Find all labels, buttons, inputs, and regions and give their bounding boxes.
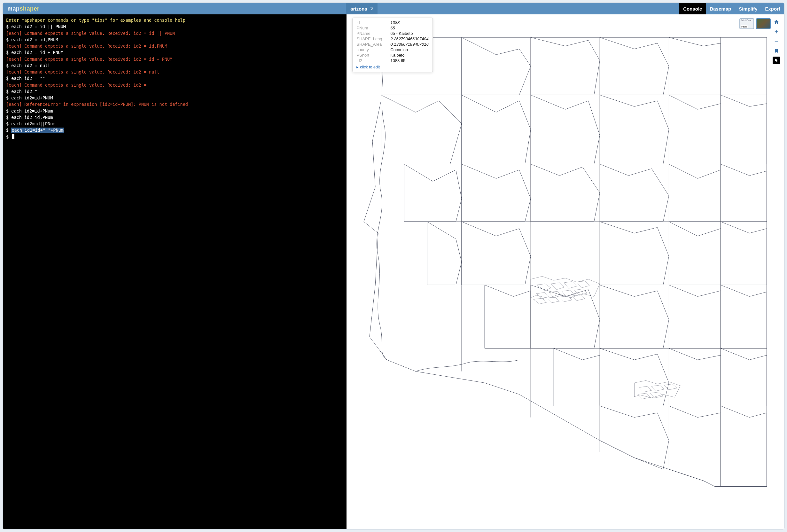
zoom-in-icon [773,29,779,35]
nav-basemap[interactable]: Basemap [706,3,735,14]
console-pane[interactable]: Enter mapshaper commands or type "tips" … [3,14,346,529]
header-spacer-right [378,3,680,14]
console-line: $ each id2 = null [6,62,343,69]
zoom-out-button[interactable] [773,37,780,45]
home-button[interactable] [773,18,780,26]
console-line: $ each id2=id+PNUM [6,94,343,101]
attribute-value[interactable]: 1088 65 [390,58,405,63]
attribute-key: county [357,47,385,52]
map-tools: Saint-Deni Paris [739,18,780,64]
attribute-value[interactable]: 65 [390,26,395,30]
feature-attribute-row: countyCoconino [357,47,428,52]
click-to-edit-label: click to edit [360,65,380,69]
console-line: $ each id2 = id || PNUM [6,23,343,30]
header-spacer [44,3,346,14]
basemap-thumbs: Saint-Deni Paris [739,18,780,64]
feature-attribute-row: SHAPE_Leng2.262793466387484 [357,36,428,42]
console-line: $ each id2=id+PNum [6,108,343,114]
map-pane[interactable]: id1088PNum65PName65 - KaibetoSHAPE_Leng2… [346,14,784,529]
attribute-value[interactable]: 1088 [390,20,400,25]
basemap-satellite-thumb[interactable] [756,18,771,29]
zoom-in-button[interactable] [773,28,780,36]
feature-attribute-list: id1088PNum65PName65 - KaibetoSHAPE_Leng2… [357,20,428,63]
attribute-key: SHAPE_Leng [357,37,385,41]
caret-right-icon: ▸ [357,65,359,69]
attribute-value[interactable]: Coconino [390,47,408,52]
console-input[interactable]: $ [6,134,343,140]
attribute-value[interactable]: 65 - Kaibeto [390,31,413,36]
logo-text-shaper: shaper [20,5,40,12]
console-line: $ each id2 = id + PNUM [6,49,343,56]
map-tool-stack [773,18,780,64]
feature-attribute-row: id1088 [357,20,428,25]
thumb-label: Paris [741,25,748,28]
console-intro: Enter mapshaper commands or type "tips" … [6,17,343,23]
chevron-down-icon: ▽ [370,7,373,11]
feature-info-popup: id1088PNum65PName65 - KaibetoSHAPE_Leng2… [352,18,432,72]
main-split: Enter mapshaper commands or type "tips" … [3,14,784,529]
console-line: $ each id2="" [6,88,343,94]
inspect-button[interactable] [773,57,780,64]
home-icon [773,19,779,25]
app-frame: mapshaper arizona ▽ Console Basemap Simp… [3,3,784,529]
console-line: $ each id2 = id,PNUM [6,37,343,43]
attribute-key: id2 [357,58,385,63]
nav-simplify[interactable]: Simplify [735,3,761,14]
attribute-value[interactable]: Kaibeto [390,53,404,58]
console-line: $ each id2=id+" "+PNum [6,127,343,133]
console-line: [each] Command expects a single value. R… [6,69,343,75]
layer-selector[interactable]: arizona ▽ [346,3,378,14]
feature-attribute-row: PNum65 [357,25,428,31]
zoom-out-icon [773,38,779,44]
svg-rect-11 [775,41,779,42]
console-line: [each] ReferenceError in expression [id2… [6,101,343,107]
attribute-key: PShort [357,53,385,58]
console-line: [each] Command expects a single value. R… [6,56,343,62]
feature-attribute-row: id21088 65 [357,58,428,63]
attribute-key: PName [357,31,385,36]
console-line: $ each id2=id,PNum [6,114,343,121]
logo-text-map: map [7,5,20,12]
feature-attribute-row: PShortKaibeto [357,52,428,58]
feature-attribute-row: SHAPE_Area0.133667189407016 [357,42,428,47]
feature-attribute-row: PName65 - Kaibeto [357,31,428,36]
app-logo[interactable]: mapshaper [3,3,44,14]
thumb-top-label: Saint-Deni [741,19,751,21]
attribute-value[interactable]: 2.262793466387484 [390,37,428,41]
bookmark-button[interactable] [773,47,780,55]
console-line: $ each id2 = "" [6,75,343,82]
console-line: [each] Command expects a single value. R… [6,82,343,88]
layer-name: arizona [350,6,367,12]
console-line: [each] Command expects a single value. R… [6,30,343,37]
map-canvas[interactable] [346,14,784,515]
click-to-edit[interactable]: ▸click to edit [357,63,428,69]
nav-export[interactable]: Export [761,3,784,14]
cursor-icon [774,58,779,63]
header-bar: mapshaper arizona ▽ Console Basemap Simp… [3,3,784,14]
bookmark-icon [774,48,779,54]
console-history: $ each id2 = id || PNUM[each] Command ex… [6,23,343,140]
nav-console[interactable]: Console [679,3,706,14]
basemap-streets-thumb[interactable]: Saint-Deni Paris [739,18,754,29]
console-line: $ each id2=id||PNum [6,121,343,127]
console-line: [each] Command expects a single value. R… [6,43,343,49]
attribute-key: PNum [357,26,385,30]
attribute-key: SHAPE_Area [357,42,385,47]
attribute-value[interactable]: 0.133667189407016 [390,42,428,47]
attribute-key: id [357,20,385,25]
